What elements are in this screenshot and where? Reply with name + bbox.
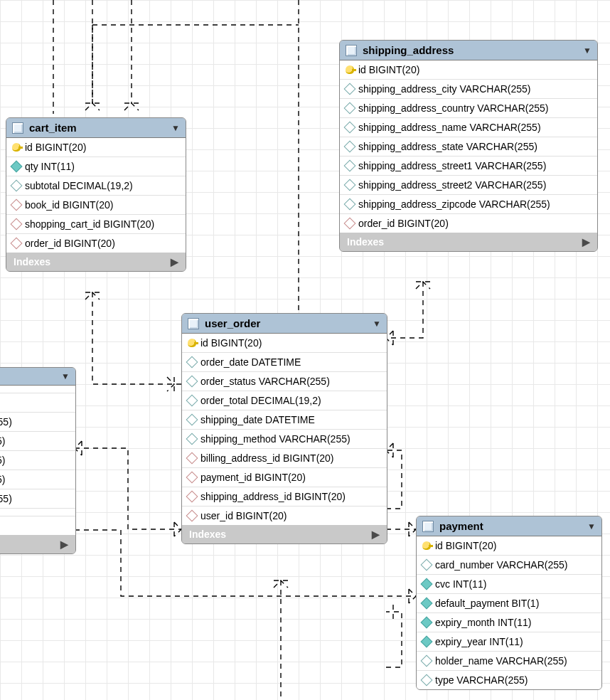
chevron-right-icon[interactable]: ▶ [372, 529, 380, 540]
table-header[interactable]: ▼ [0, 368, 75, 386]
column-icon [186, 376, 198, 388]
column-definition: order_id BIGINT(20) [358, 218, 449, 229]
column-row[interactable]: expiry_year INT(11) [417, 632, 601, 652]
column-row[interactable]: order_id BIGINT(20) [340, 214, 597, 233]
indexes-bar[interactable]: Indexes ▶ [182, 525, 387, 543]
column-row[interactable]: CHAR(255) [0, 516, 75, 535]
column-row[interactable]: order_status VARCHAR(255) [182, 372, 387, 391]
column-row[interactable]: id BIGINT(20) [182, 334, 387, 353]
column-row[interactable]: shipping_address_city VARCHAR(255) [340, 80, 597, 99]
table-payment[interactable]: payment ▼ id BIGINT(20)card_number VARCH… [416, 516, 602, 690]
column-definition: order_date DATETIME [200, 356, 301, 368]
column-icon [344, 141, 356, 153]
chevron-right-icon[interactable]: ▶ [60, 539, 68, 550]
column-definition: qty INT(11) [25, 161, 75, 172]
column-definition: id BIGINT(20) [25, 142, 86, 153]
column-row[interactable]: RCHAR(255) [0, 432, 75, 451]
column-definition: subtotal DECIMAL(19,2) [25, 180, 133, 191]
column-row[interactable]: shipping_address_country VARCHAR(255) [340, 99, 597, 118]
column-row[interactable]: shipping_address_name VARCHAR(255) [340, 118, 597, 137]
chevron-down-icon[interactable]: ▼ [373, 319, 381, 329]
column-row[interactable]: shipping_address_state VARCHAR(255) [340, 137, 597, 157]
chevron-down-icon[interactable]: ▼ [61, 371, 70, 381]
chevron-down-icon[interactable]: ▼ [587, 521, 596, 531]
foreign-key-icon [344, 218, 356, 230]
table-partial-left[interactable]: ▼ HAR(255)ARCHAR(255)RCHAR(255)RCHAR(255… [0, 367, 76, 554]
table-header[interactable]: payment ▼ [417, 516, 601, 536]
foreign-key-icon [11, 238, 23, 250]
column-row[interactable] [0, 509, 75, 516]
column-row[interactable]: holder_name VARCHAR(255) [417, 652, 601, 671]
table-header[interactable]: cart_item ▼ [6, 118, 186, 138]
table-header[interactable]: shipping_address ▼ [340, 41, 597, 60]
table-icon [346, 45, 357, 56]
column-row[interactable]: cvc INT(11) [417, 575, 601, 594]
indexes-bar[interactable]: Indexes ▶ [340, 233, 597, 251]
column-row[interactable]: order_date DATETIME [182, 353, 387, 372]
table-cart-item[interactable]: cart_item ▼ id BIGINT(20)qty INT(11)subt… [6, 117, 186, 272]
column-row[interactable]: id BIGINT(20) [417, 536, 601, 556]
column-row[interactable]: RCHAR(255) [0, 470, 75, 489]
column-icon [421, 559, 433, 571]
column-definition: shipping_address_street1 VARCHAR(255) [358, 160, 546, 171]
column-row[interactable]: ARCHAR(255) [0, 489, 75, 509]
column-row[interactable]: shipping_address_street1 VARCHAR(255) [340, 157, 597, 176]
table-user-order[interactable]: user_order ▼ id BIGINT(20)order_date DAT… [181, 313, 387, 544]
column-row[interactable]: type VARCHAR(255) [417, 671, 601, 689]
column-row[interactable]: id BIGINT(20) [6, 138, 186, 157]
column-definition: shipping_address_id BIGINT(20) [200, 491, 346, 502]
column-list: id BIGINT(20)card_number VARCHAR(255)cvc… [417, 536, 601, 689]
column-row[interactable]: shipping_date DATETIME [182, 410, 387, 430]
table-icon [422, 521, 434, 532]
column-row[interactable]: shipping_address_id BIGINT(20) [182, 487, 387, 507]
column-row[interactable] [0, 386, 75, 393]
column-row[interactable]: shipping_method VARCHAR(255) [182, 430, 387, 449]
chevron-down-icon[interactable]: ▼ [583, 46, 592, 55]
column-row[interactable]: shipping_address_zipcode VARCHAR(255) [340, 195, 597, 214]
column-row[interactable]: payment_id BIGINT(20) [182, 468, 387, 487]
column-row[interactable]: default_payment BIT(1) [417, 594, 601, 613]
column-row[interactable]: id BIGINT(20) [340, 60, 597, 80]
column-definition: user_id BIGINT(20) [200, 510, 287, 521]
column-row[interactable]: expiry_month INT(11) [417, 613, 601, 632]
column-row[interactable]: RCHAR(255) [0, 451, 75, 470]
column-icon [344, 160, 356, 172]
column-row[interactable]: order_id BIGINT(20) [6, 234, 186, 253]
column-row[interactable]: ARCHAR(255) [0, 413, 75, 432]
column-icon [344, 83, 356, 95]
column-definition: shipping_address_country VARCHAR(255) [358, 102, 548, 114]
column-row[interactable]: subtotal DECIMAL(19,2) [6, 176, 186, 196]
column-definition: shopping_cart_id BIGINT(20) [25, 218, 154, 230]
column-row[interactable]: qty INT(11) [6, 157, 186, 176]
column-list: HAR(255)ARCHAR(255)RCHAR(255)RCHAR(255)R… [0, 386, 75, 535]
indexes-bar[interactable]: ▶ [0, 535, 75, 553]
indexes-bar[interactable]: Indexes ▶ [6, 253, 186, 271]
column-row[interactable]: order_total DECIMAL(19,2) [182, 391, 387, 410]
column-row[interactable]: card_number VARCHAR(255) [417, 556, 601, 575]
column-definition: shipping_address_zipcode VARCHAR(255) [358, 198, 550, 210]
column-definition: id BIGINT(20) [200, 337, 262, 349]
foreign-key-icon [186, 491, 198, 503]
column-definition: order_id BIGINT(20) [25, 238, 115, 249]
foreign-key-icon [186, 510, 198, 522]
column-icon [421, 617, 433, 629]
column-row[interactable]: billing_address_id BIGINT(20) [182, 449, 387, 468]
table-shipping-address[interactable]: shipping_address ▼ id BIGINT(20)shipping… [339, 40, 598, 252]
column-row[interactable]: user_id BIGINT(20) [182, 507, 387, 525]
column-row[interactable]: book_id BIGINT(20) [6, 196, 186, 215]
primary-key-icon [422, 541, 431, 550]
chevron-down-icon[interactable]: ▼ [171, 123, 180, 133]
column-row[interactable]: shipping_address_street2 VARCHAR(255) [340, 176, 597, 195]
column-definition: expiry_year INT(11) [435, 636, 523, 647]
column-definition: shipping_address_name VARCHAR(255) [358, 122, 541, 133]
table-header[interactable]: user_order ▼ [182, 314, 387, 334]
column-definition: type VARCHAR(255) [435, 674, 528, 686]
foreign-key-icon [186, 452, 198, 465]
column-definition: expiry_month INT(11) [435, 617, 531, 628]
chevron-right-icon[interactable]: ▶ [582, 236, 590, 248]
column-icon [344, 179, 356, 191]
column-row[interactable]: shopping_cart_id BIGINT(20) [6, 215, 186, 234]
chevron-right-icon[interactable]: ▶ [171, 256, 178, 267]
column-icon [186, 433, 198, 445]
column-row[interactable]: HAR(255) [0, 393, 75, 413]
